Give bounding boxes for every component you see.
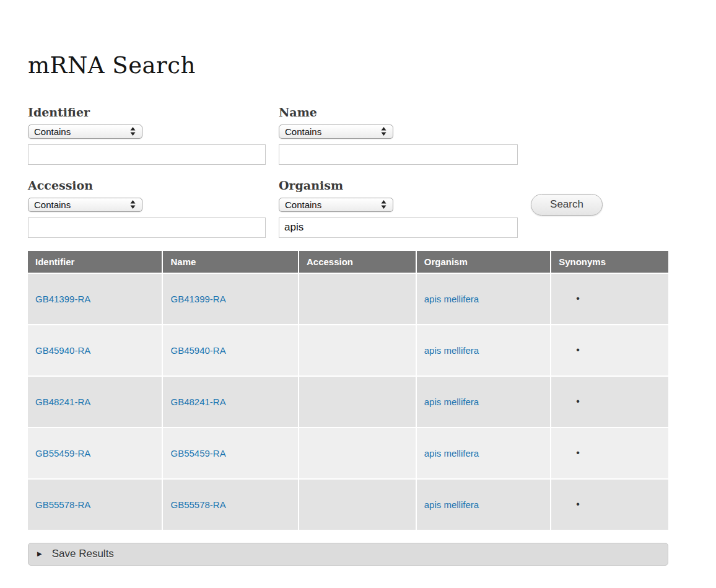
cell-accession bbox=[299, 274, 416, 324]
identifier-value-input[interactable] bbox=[28, 144, 266, 165]
name-value-input[interactable] bbox=[279, 144, 518, 165]
cell-organism: apis mellifera bbox=[417, 377, 550, 427]
triangle-right-icon: ▶ bbox=[37, 551, 42, 557]
organism-link[interactable]: apis mellifera bbox=[424, 397, 479, 407]
cell-synonyms: • bbox=[551, 274, 668, 324]
accession-operator-select-control[interactable]: Contains bbox=[28, 198, 142, 211]
name-operator-select-control[interactable]: Contains bbox=[279, 125, 393, 138]
organism-value-input[interactable] bbox=[279, 217, 518, 238]
results-table: Identifier Name Accession Organism Synon… bbox=[27, 250, 670, 531]
cell-synonyms: • bbox=[551, 377, 668, 427]
column-header-accession: Accession bbox=[299, 251, 416, 273]
table-row: GB45940-RA GB45940-RA apis mellifera • bbox=[28, 325, 668, 375]
organism-link[interactable]: apis mellifera bbox=[424, 448, 479, 459]
save-results-toggle[interactable]: ▶ Save Results bbox=[28, 543, 668, 566]
column-header-organism: Organism bbox=[417, 251, 550, 273]
column-header-identifier: Identifier bbox=[28, 251, 162, 273]
cell-name: GB55459-RA bbox=[163, 428, 298, 478]
name-link[interactable]: GB41399-RA bbox=[170, 294, 225, 304]
column-header-name: Name bbox=[163, 251, 298, 273]
table-row: GB55459-RA GB55459-RA apis mellifera • bbox=[28, 428, 668, 478]
synonym-bullet-icon: • bbox=[559, 293, 580, 304]
name-operator-select[interactable]: Contains bbox=[279, 125, 393, 139]
cell-name: GB55578-RA bbox=[163, 480, 298, 530]
name-link[interactable]: GB48241-RA bbox=[170, 397, 225, 407]
cell-name: GB41399-RA bbox=[163, 274, 298, 324]
filter-grid: Identifier Contains Name Contains Access… bbox=[28, 105, 668, 238]
cell-accession bbox=[299, 325, 416, 375]
cell-synonyms: • bbox=[551, 480, 668, 530]
name-link[interactable]: GB55459-RA bbox=[170, 448, 225, 459]
table-header-row: Identifier Name Accession Organism Synon… bbox=[28, 251, 668, 273]
organism-link[interactable]: apis mellifera bbox=[424, 345, 479, 356]
cell-organism: apis mellifera bbox=[417, 428, 550, 478]
cell-accession bbox=[299, 480, 416, 530]
page-title: mRNA Search bbox=[28, 53, 668, 79]
cell-accession bbox=[299, 377, 416, 427]
accession-label: Accession bbox=[28, 178, 266, 192]
identifier-link[interactable]: GB41399-RA bbox=[35, 294, 90, 304]
name-link[interactable]: GB55578-RA bbox=[170, 499, 225, 510]
identifier-label: Identifier bbox=[28, 105, 266, 119]
accession-operator-select[interactable]: Contains bbox=[28, 198, 142, 212]
organism-operator-select[interactable]: Contains bbox=[279, 198, 393, 212]
cell-organism: apis mellifera bbox=[417, 325, 550, 375]
name-link[interactable]: GB45940-RA bbox=[170, 345, 225, 356]
cell-identifier: GB41399-RA bbox=[28, 274, 162, 324]
cell-identifier: GB45940-RA bbox=[28, 325, 162, 375]
identifier-link[interactable]: GB55578-RA bbox=[35, 499, 90, 510]
organism-operator-select-control[interactable]: Contains bbox=[279, 198, 393, 211]
accession-value-input[interactable] bbox=[28, 217, 266, 238]
synonym-bullet-icon: • bbox=[559, 499, 580, 510]
save-results-label: Save Results bbox=[52, 548, 114, 560]
cell-synonyms: • bbox=[551, 428, 668, 478]
synonym-bullet-icon: • bbox=[559, 447, 580, 459]
column-header-synonyms: Synonyms bbox=[551, 251, 668, 273]
cell-synonyms: • bbox=[551, 325, 668, 375]
cell-accession bbox=[299, 428, 416, 478]
cell-organism: apis mellifera bbox=[417, 480, 550, 530]
table-row: GB55578-RA GB55578-RA apis mellifera • bbox=[28, 480, 668, 530]
cell-name: GB48241-RA bbox=[163, 377, 298, 427]
table-row: GB48241-RA GB48241-RA apis mellifera • bbox=[28, 377, 668, 427]
identifier-operator-select[interactable]: Contains bbox=[28, 125, 142, 139]
table-row: GB41399-RA GB41399-RA apis mellifera • bbox=[28, 274, 668, 324]
cell-organism: apis mellifera bbox=[417, 274, 550, 324]
cell-identifier: GB48241-RA bbox=[28, 377, 162, 427]
synonym-bullet-icon: • bbox=[559, 396, 580, 407]
name-label: Name bbox=[279, 105, 518, 119]
synonym-bullet-icon: • bbox=[559, 344, 580, 356]
identifier-link[interactable]: GB55459-RA bbox=[35, 448, 90, 459]
organism-link[interactable]: apis mellifera bbox=[424, 499, 479, 510]
filter-field-identifier: Identifier Contains bbox=[28, 105, 266, 165]
filter-field-organism: Organism Contains bbox=[279, 178, 518, 238]
identifier-link[interactable]: GB48241-RA bbox=[35, 397, 90, 407]
filter-field-accession: Accession Contains bbox=[28, 178, 266, 238]
identifier-operator-select-control[interactable]: Contains bbox=[28, 125, 142, 138]
identifier-link[interactable]: GB45940-RA bbox=[35, 345, 90, 356]
organism-label: Organism bbox=[279, 178, 518, 192]
organism-link[interactable]: apis mellifera bbox=[424, 294, 479, 304]
cell-identifier: GB55459-RA bbox=[28, 428, 162, 478]
filter-field-name: Name Contains bbox=[279, 105, 518, 165]
results-tbody: GB41399-RA GB41399-RA apis mellifera • G… bbox=[28, 274, 668, 530]
cell-identifier: GB55578-RA bbox=[28, 480, 162, 530]
search-form: Identifier Contains Name Contains Access… bbox=[28, 105, 668, 238]
search-button[interactable]: Search bbox=[531, 194, 603, 216]
cell-name: GB45940-RA bbox=[163, 325, 298, 375]
mrna-search-page: mRNA Search Identifier Contains Name Con… bbox=[28, 53, 668, 566]
